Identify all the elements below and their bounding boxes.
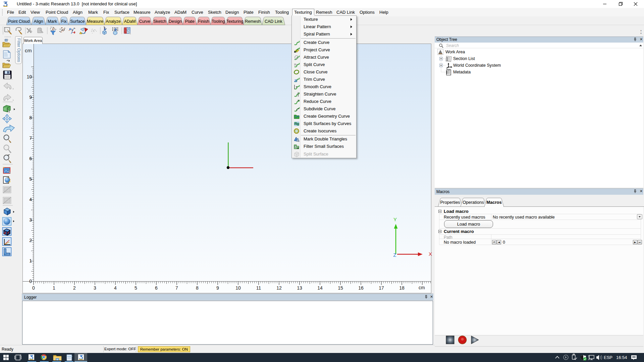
svg-text:ESP: ESP: [604, 355, 612, 360]
svg-text:16:54: 16:54: [616, 355, 627, 360]
